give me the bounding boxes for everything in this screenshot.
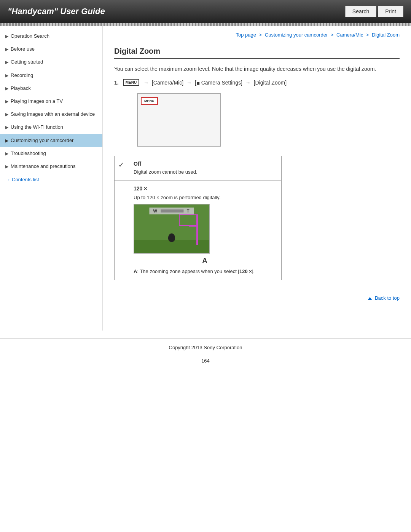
header-buttons: Search Print bbox=[345, 6, 403, 17]
option-content-120: 120 × Up to 120 × zoom is performed digi… bbox=[128, 181, 281, 280]
copyright: Copyright 2013 Sony Corporation bbox=[0, 339, 411, 354]
sidebar-item-recording[interactable]: ▶ Recording bbox=[0, 69, 102, 82]
contents-list-link[interactable]: → Contents list bbox=[0, 173, 102, 186]
zoom-illustration: W T bbox=[134, 204, 210, 254]
digital-zoom-text: [Digital Zoom] bbox=[254, 80, 287, 86]
zoom-w-label: W bbox=[153, 209, 158, 213]
arrow-icon: ▶ bbox=[5, 73, 8, 78]
option-name-120: 120 × bbox=[134, 185, 276, 192]
sidebar-item-playback[interactable]: ▶ Playback bbox=[0, 82, 102, 95]
zoom-bar: W T bbox=[149, 208, 194, 214]
step-number: 1. bbox=[114, 80, 119, 86]
arrow-icon: ▶ bbox=[5, 99, 8, 104]
camera-settings-text: [◼ Camera Settings] bbox=[195, 80, 242, 86]
page-number: 164 bbox=[0, 354, 411, 371]
arrow-icon: ▶ bbox=[5, 59, 8, 65]
zoom-indicator bbox=[196, 214, 198, 245]
arrow-icon: ▶ bbox=[5, 86, 8, 91]
sidebar-item-maintenance[interactable]: ▶ Maintenance and precautions bbox=[0, 160, 102, 173]
menu-screenshot: MENU bbox=[137, 93, 221, 147]
arrow-icon: ▶ bbox=[5, 164, 8, 169]
back-to-top-link[interactable]: Back to top bbox=[368, 295, 400, 301]
breadcrumb-digital-zoom[interactable]: Digital Zoom bbox=[372, 32, 400, 38]
point-a-label: A bbox=[134, 257, 276, 265]
step-1: 1. MENU → [Camera/Mic] → [◼ Camera Setti… bbox=[114, 79, 400, 86]
triangle-up-icon bbox=[368, 297, 372, 300]
content-area: Top page > Customizing your camcorder > … bbox=[103, 26, 411, 312]
zoom-indicator-line bbox=[189, 226, 196, 227]
search-button[interactable]: Search bbox=[345, 6, 376, 17]
menu-btn-inner: MENU bbox=[141, 97, 158, 105]
options-table: ✓ Off Digital zoom cannot be used. 120 ×… bbox=[114, 156, 282, 280]
arrow-icon: → bbox=[185, 80, 193, 86]
print-button[interactable]: Print bbox=[378, 6, 403, 17]
arrow-icon: ▶ bbox=[5, 138, 8, 144]
option-desc-off: Digital zoom cannot be used. bbox=[134, 168, 276, 176]
main-layout: ▶ Operation Search ▶ Before use ▶ Gettin… bbox=[0, 26, 411, 331]
bird-shape bbox=[168, 233, 175, 242]
arrow-icon: → bbox=[244, 80, 252, 86]
page-title: Digital Zoom bbox=[114, 47, 400, 59]
sidebar-item-saving-images[interactable]: ▶ Saving images with an external device bbox=[0, 108, 102, 121]
arrow-right-icon: → bbox=[5, 177, 10, 182]
arrow-icon: ▶ bbox=[5, 151, 8, 157]
stripe-decoration bbox=[0, 23, 411, 26]
arrow-icon: ▶ bbox=[5, 34, 8, 39]
menu-button-img: MENU bbox=[123, 79, 139, 86]
option-check-empty bbox=[115, 181, 128, 190]
breadcrumb-camera-mic[interactable]: Camera/Mic bbox=[336, 32, 363, 38]
camera-mic-text: [Camera/Mic] bbox=[152, 80, 183, 86]
app-title: "Handycam" User Guide bbox=[8, 6, 105, 16]
option-row-off: ✓ Off Digital zoom cannot be used. bbox=[115, 156, 281, 181]
option-name-off: Off bbox=[134, 161, 276, 167]
arrow-icon: ▶ bbox=[5, 46, 8, 52]
zoom-t-label: T bbox=[187, 209, 190, 213]
option-check-mark: ✓ bbox=[115, 156, 128, 174]
sidebar-item-wifi[interactable]: ▶ Using the Wi-Fi function bbox=[0, 121, 102, 134]
back-to-top: Back to top bbox=[114, 292, 400, 301]
option-note: A: The zooming zone appears when you sel… bbox=[134, 268, 276, 275]
arrow-icon: ▶ bbox=[5, 125, 8, 130]
sidebar-item-operation-search[interactable]: ▶ Operation Search bbox=[0, 30, 102, 43]
option-desc-120: Up to 120 × zoom is performed digitally. bbox=[134, 194, 276, 201]
sidebar: ▶ Operation Search ▶ Before use ▶ Gettin… bbox=[0, 26, 103, 331]
option-content-off: Off Digital zoom cannot be used. bbox=[128, 156, 281, 181]
note-a-bold: A bbox=[134, 268, 137, 274]
option-row-120: 120 × Up to 120 × zoom is performed digi… bbox=[115, 181, 281, 280]
breadcrumb: Top page > Customizing your camcorder > … bbox=[114, 32, 400, 39]
sidebar-item-getting-started[interactable]: ▶ Getting started bbox=[0, 56, 102, 69]
sidebar-item-customizing[interactable]: ▶ Customizing your camcorder bbox=[0, 134, 102, 147]
arrow-icon: ▶ bbox=[5, 112, 8, 117]
header: "Handycam" User Guide Search Print bbox=[0, 0, 411, 23]
sidebar-item-before-use[interactable]: ▶ Before use bbox=[0, 43, 102, 56]
note-120-bold: 120 × bbox=[239, 268, 252, 274]
zoom-bar-fill bbox=[161, 209, 184, 212]
zoom-box-highlight bbox=[179, 214, 198, 226]
breadcrumb-customizing[interactable]: Customizing your camcorder bbox=[265, 32, 328, 38]
sidebar-item-playing-images[interactable]: ▶ Playing images on a TV bbox=[0, 95, 102, 108]
breadcrumb-top[interactable]: Top page bbox=[236, 32, 256, 38]
grass-overlay bbox=[134, 240, 209, 253]
arrow-icon: → bbox=[142, 80, 150, 86]
page-description: You can select the maximum zoom level. N… bbox=[114, 65, 400, 73]
sidebar-item-troubleshooting[interactable]: ▶ Troubleshooting bbox=[0, 147, 102, 160]
